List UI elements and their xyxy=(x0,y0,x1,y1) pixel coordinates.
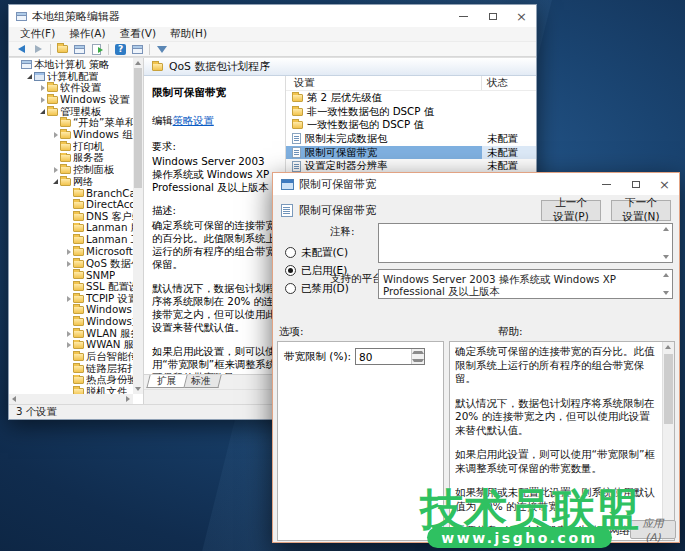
tree-item[interactable]: Microsoft 对等网络 xyxy=(9,246,133,258)
tree-item[interactable]: BranchCache xyxy=(9,188,133,200)
help-icon[interactable] xyxy=(112,42,129,56)
tree-item[interactable]: WLAN 服务 xyxy=(9,328,133,340)
tree-item[interactable]: Lanman 工作站 xyxy=(9,234,133,246)
dialog-close-button[interactable]: × xyxy=(650,173,679,195)
settings-list-row[interactable]: 一致性数据包的 DSCP 值 xyxy=(286,118,536,132)
chevron-expanded-icon[interactable] xyxy=(38,109,47,114)
scroll-up-icon[interactable] xyxy=(133,58,143,68)
tree-item[interactable]: 链路层拓扑发现 xyxy=(9,363,133,375)
radio-option[interactable]: 未配置(C) xyxy=(285,245,349,260)
tree-item[interactable]: 打印机 xyxy=(9,141,133,153)
tree-item[interactable]: Lanman 服务器 xyxy=(9,223,133,235)
bandwidth-limit-input[interactable] xyxy=(356,349,411,364)
maximize-button[interactable] xyxy=(478,5,507,27)
dialog-minimize-button[interactable] xyxy=(592,173,621,195)
tree-item[interactable]: 服务器 xyxy=(9,153,133,165)
show-console-tree-icon[interactable] xyxy=(54,42,71,56)
tree-item[interactable]: Windows 组件 xyxy=(9,129,133,141)
menu-item[interactable]: 操作(A) xyxy=(62,27,112,41)
chevron-collapsed-icon[interactable] xyxy=(64,331,73,337)
chevron-collapsed-icon[interactable] xyxy=(64,249,73,255)
help-scrollbar[interactable] xyxy=(662,342,674,540)
extended-info-pane: 限制可保留带宽 编辑策略设置 要求: Windows Server 2003 操… xyxy=(144,76,286,374)
console-window-icon[interactable] xyxy=(71,42,88,56)
tree-item[interactable]: 计算机配置 xyxy=(9,71,133,83)
tree-item[interactable]: 控制面板 xyxy=(9,164,133,176)
tree-item[interactable]: SSL 配置设置 xyxy=(9,281,133,293)
tree-item[interactable]: TCPIP 设置 xyxy=(9,293,133,305)
back-arrow-icon[interactable] xyxy=(13,42,30,56)
tree-horizontal-scrollbar[interactable] xyxy=(9,394,133,404)
settings-list-row[interactable]: 限制未完成数据包未配置 xyxy=(286,132,536,146)
tree-item[interactable]: 管理模板 xyxy=(9,106,133,118)
scrollbar-thumb[interactable] xyxy=(134,68,142,188)
dialog-maximize-button[interactable] xyxy=(621,173,650,195)
scroll-up-icon[interactable] xyxy=(663,227,669,231)
radio-selected-icon[interactable] xyxy=(285,265,296,276)
tree-item[interactable]: Windows 连接管理器 xyxy=(9,304,133,316)
column-header-setting[interactable]: 设置 xyxy=(286,76,482,90)
scroll-down-icon[interactable] xyxy=(663,255,669,259)
tree-item[interactable]: 本地计算机 策略 xyxy=(9,59,133,71)
bandwidth-limit-spinner[interactable] xyxy=(355,348,425,365)
filter-icon[interactable] xyxy=(153,42,170,56)
previous-setting-button[interactable]: 上一个设置(P) xyxy=(541,200,601,221)
tree-item[interactable]: 网络 xyxy=(9,176,133,188)
scroll-right-icon[interactable] xyxy=(123,394,133,404)
tree-item[interactable]: DirectAccess 客户端 xyxy=(9,199,133,211)
next-setting-button[interactable]: 下一个设置(N) xyxy=(611,200,671,221)
chevron-collapsed-icon[interactable] xyxy=(64,261,73,267)
chevron-collapsed-icon[interactable] xyxy=(64,342,73,348)
dialog-setting-name: 限制可保留带宽 xyxy=(299,203,535,218)
tree-item[interactable]: Windows 设置 xyxy=(9,94,133,106)
spin-up-icon[interactable] xyxy=(412,349,424,357)
tree-item[interactable]: DNS 客户端 xyxy=(9,211,133,223)
scroll-down-icon[interactable] xyxy=(133,384,143,394)
tree-item[interactable]: Windows立即连接 xyxy=(9,316,133,328)
tree-item[interactable]: WWAN 服务 xyxy=(9,340,133,352)
chevron-collapsed-icon[interactable] xyxy=(38,97,47,103)
scrollbar-thumb[interactable] xyxy=(664,354,673,424)
tree-item[interactable]: 软件设置 xyxy=(9,82,133,94)
scroll-up-icon[interactable] xyxy=(663,342,673,352)
chevron-expanded-icon[interactable] xyxy=(25,74,34,79)
radio-icon[interactable] xyxy=(285,283,296,294)
scroll-up-icon[interactable] xyxy=(663,273,669,277)
settings-list-row[interactable]: 第 2 层优先级值 xyxy=(286,91,536,105)
chevron-collapsed-icon[interactable] xyxy=(51,132,60,138)
folder-icon xyxy=(292,121,303,129)
radio-icon[interactable] xyxy=(285,247,296,258)
minimize-button[interactable] xyxy=(449,5,478,27)
column-header-status[interactable]: 状态 xyxy=(482,76,536,90)
apply-button[interactable]: 应用(A) xyxy=(630,520,676,539)
tree-vertical-scrollbar[interactable] xyxy=(133,58,143,394)
tree-item[interactable]: 脱机文件 xyxy=(9,386,133,394)
tree-item[interactable]: 后台智能传送服务(BITS) xyxy=(9,351,133,363)
tree-item[interactable]: 热点身份验证 xyxy=(9,375,133,387)
settings-list-row[interactable]: 非一致性数据包的 DSCP 值 xyxy=(286,105,536,119)
forward-arrow-icon[interactable] xyxy=(30,42,47,56)
chevron-collapsed-icon[interactable] xyxy=(64,296,73,302)
description-paragraph: 默认情况下，数据包计划程序将系统限制在 20% 的连接带宽之内，但可以使用此设置… xyxy=(152,282,278,334)
scroll-down-icon[interactable] xyxy=(663,291,669,295)
tree-item[interactable]: “开始”菜单和任务栏 xyxy=(9,117,133,129)
menu-item[interactable]: 文件(F) xyxy=(13,27,62,41)
settings-list-row[interactable]: 限制可保留带宽未配置 xyxy=(286,146,536,160)
menu-item[interactable]: 查看(V) xyxy=(113,27,163,41)
chevron-expanded-icon[interactable] xyxy=(51,179,60,184)
export-list-icon[interactable] xyxy=(88,42,105,56)
main-titlebar[interactable]: 本地组策略编辑器 × xyxy=(9,5,536,27)
tab-active[interactable]: 扩展 xyxy=(146,375,187,388)
menu-item[interactable]: 帮助(H) xyxy=(163,27,214,41)
console-window-icon[interactable] xyxy=(129,42,146,56)
comment-textarea[interactable] xyxy=(378,223,673,263)
policy-settings-link[interactable]: 策略设置 xyxy=(173,114,214,126)
chevron-collapsed-icon[interactable] xyxy=(38,85,47,91)
spin-down-icon[interactable] xyxy=(412,357,424,365)
tree-item[interactable]: QoS 数据包计划程序 xyxy=(9,258,133,270)
chevron-collapsed-icon[interactable] xyxy=(51,167,60,173)
dialog-titlebar[interactable]: 限制可保留带宽 × xyxy=(273,173,679,195)
close-button[interactable]: × xyxy=(507,5,536,27)
tree-item[interactable]: SNMP xyxy=(9,269,133,281)
scroll-left-icon[interactable] xyxy=(9,394,19,404)
